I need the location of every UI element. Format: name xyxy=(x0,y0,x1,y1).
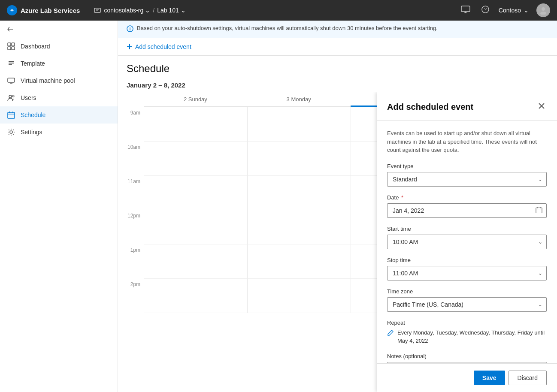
repeat-edit-icon[interactable] xyxy=(387,329,394,338)
day-cell xyxy=(144,279,247,313)
calendar-area: 2 Sunday 3 Monday 4 Tuesday 5 Wednesday … xyxy=(118,92,557,392)
time-label: 11am xyxy=(118,176,144,210)
sidebar-item-label: Users xyxy=(21,94,36,101)
monitor-button[interactable] xyxy=(459,4,472,17)
sidebar-item-vm-pool[interactable]: Virtual machine pool xyxy=(0,72,118,89)
time-zone-group: Time zone Pacific Time (US, Canada) East… xyxy=(387,288,547,312)
start-time-select[interactable]: 9:00 AM 10:00 AM 11:00 AM 12:00 PM xyxy=(387,235,547,249)
time-zone-select-wrapper: Pacific Time (US, Canada) Eastern Time (… xyxy=(387,297,547,312)
vm-pool-icon xyxy=(7,76,15,85)
settings-icon xyxy=(7,128,15,136)
svg-point-12 xyxy=(9,95,12,98)
app-logo: Azure Lab Services xyxy=(7,5,80,15)
date-input[interactable] xyxy=(387,203,547,218)
svg-rect-2 xyxy=(461,6,470,12)
repeat-group: Repeat Every Monday, Tuesday, Wednesday,… xyxy=(387,320,547,345)
breadcrumb-lab[interactable]: Lab 101 ⌄ xyxy=(157,7,186,14)
day-header-sunday: 2 Sunday xyxy=(144,92,247,107)
svg-rect-1 xyxy=(94,8,100,12)
svg-rect-7 xyxy=(8,43,11,46)
topnav: Azure Lab Services contosolabs-rg ⌄ / La… xyxy=(0,0,557,21)
day-cell xyxy=(144,142,247,176)
time-label: 12pm xyxy=(118,210,144,244)
avatar[interactable] xyxy=(536,3,550,17)
sidebar-item-schedule[interactable]: Schedule xyxy=(0,106,118,124)
svg-rect-10 xyxy=(12,47,15,50)
calendar-icon[interactable] xyxy=(536,206,542,214)
time-zone-label: Time zone xyxy=(387,288,547,295)
main-layout: Dashboard Template Virtual machine pool … xyxy=(0,21,557,392)
date-group: Date * xyxy=(387,194,547,218)
repeat-row: Every Monday, Tuesday, Wednesday, Thursd… xyxy=(387,329,547,345)
panel-description: Events can be used to start up and/or sh… xyxy=(387,129,547,154)
stop-time-label: Stop time xyxy=(387,257,547,263)
svg-text:?: ? xyxy=(484,7,487,12)
schedule-date-range: January 2 – 8, 2022 xyxy=(118,78,557,92)
sidebar-item-settings[interactable]: Settings xyxy=(0,124,118,141)
sidebar-nav: Dashboard Template Virtual machine pool … xyxy=(0,38,118,392)
day-header-monday: 3 Monday xyxy=(247,92,351,107)
users-icon xyxy=(7,93,15,102)
time-label: 1pm xyxy=(118,244,144,279)
stop-time-select[interactable]: 10:00 AM 11:00 AM 12:00 PM xyxy=(387,266,547,280)
sidebar-item-template[interactable]: Template xyxy=(0,55,118,72)
breadcrumb-group[interactable]: contosolabs-rg ⌄ xyxy=(104,7,150,14)
sidebar-item-users[interactable]: Users xyxy=(0,89,118,106)
panel-body: Events can be used to start up and/or sh… xyxy=(377,121,557,363)
time-label: 10am xyxy=(118,142,144,176)
time-zone-select[interactable]: Pacific Time (US, Canada) Eastern Time (… xyxy=(387,297,547,312)
sidebar: Dashboard Template Virtual machine pool … xyxy=(0,21,118,392)
notes-group: Notes (optional) xyxy=(387,353,547,364)
svg-rect-8 xyxy=(12,43,15,46)
breadcrumb: contosolabs-rg ⌄ / Lab 101 ⌄ xyxy=(94,6,185,14)
start-time-select-wrapper: 9:00 AM 10:00 AM 11:00 AM 12:00 PM ⌄ xyxy=(387,235,547,249)
schedule-title-bar: Schedule xyxy=(118,56,557,78)
repeat-label: Repeat xyxy=(387,320,547,326)
day-cell xyxy=(144,210,247,244)
add-scheduled-event-button[interactable]: Add scheduled event xyxy=(127,43,191,50)
day-cell xyxy=(144,176,247,210)
event-type-select-wrapper: Standard Lab only ⌄ xyxy=(387,172,547,187)
svg-rect-14 xyxy=(8,112,15,118)
day-cell xyxy=(247,210,351,244)
info-bar: Based on your auto-shutdown settings, vi… xyxy=(118,21,557,38)
stop-time-select-wrapper: 10:00 AM 11:00 AM 12:00 PM ⌄ xyxy=(387,266,547,280)
notes-label: Notes (optional) xyxy=(387,353,547,359)
resource-group-icon xyxy=(94,6,101,14)
sidebar-item-label: Dashboard xyxy=(21,43,50,50)
sidebar-collapse-button[interactable] xyxy=(0,21,118,38)
sidebar-item-dashboard[interactable]: Dashboard xyxy=(0,38,118,55)
sidebar-item-label: Schedule xyxy=(21,112,45,118)
svg-point-5 xyxy=(542,7,545,11)
svg-rect-11 xyxy=(8,78,15,82)
day-cell xyxy=(247,107,351,142)
info-icon xyxy=(127,25,133,33)
save-button[interactable]: Save xyxy=(474,371,505,385)
sidebar-item-label: Template xyxy=(21,60,45,67)
event-type-select[interactable]: Standard Lab only xyxy=(387,172,547,187)
user-menu[interactable]: Contoso ⌄ xyxy=(499,7,529,14)
date-label: Date * xyxy=(387,194,547,201)
time-label: 2pm xyxy=(118,279,144,313)
topnav-right: ? Contoso ⌄ xyxy=(459,3,550,17)
event-type-group: Event type Standard Lab only ⌄ xyxy=(387,163,547,187)
svg-point-6 xyxy=(540,12,546,15)
day-cell xyxy=(144,244,247,279)
svg-point-13 xyxy=(12,95,14,97)
panel-close-button[interactable] xyxy=(536,101,547,113)
day-cell xyxy=(247,176,351,210)
schedule-action-bar: Add scheduled event xyxy=(118,38,557,56)
day-cell xyxy=(144,107,247,142)
discard-button[interactable]: Discard xyxy=(509,371,547,385)
date-input-wrapper xyxy=(387,203,547,218)
day-cell xyxy=(247,279,351,313)
template-icon xyxy=(7,59,15,68)
add-icon xyxy=(127,44,133,50)
info-message: Based on your auto-shutdown settings, vi… xyxy=(137,25,438,31)
time-label: 9am xyxy=(118,107,144,142)
logo-icon xyxy=(7,5,17,15)
svg-rect-17 xyxy=(536,208,542,213)
panel-footer: Save Discard xyxy=(377,363,557,392)
sidebar-item-label: Virtual machine pool xyxy=(21,77,75,84)
help-button[interactable]: ? xyxy=(480,4,491,17)
